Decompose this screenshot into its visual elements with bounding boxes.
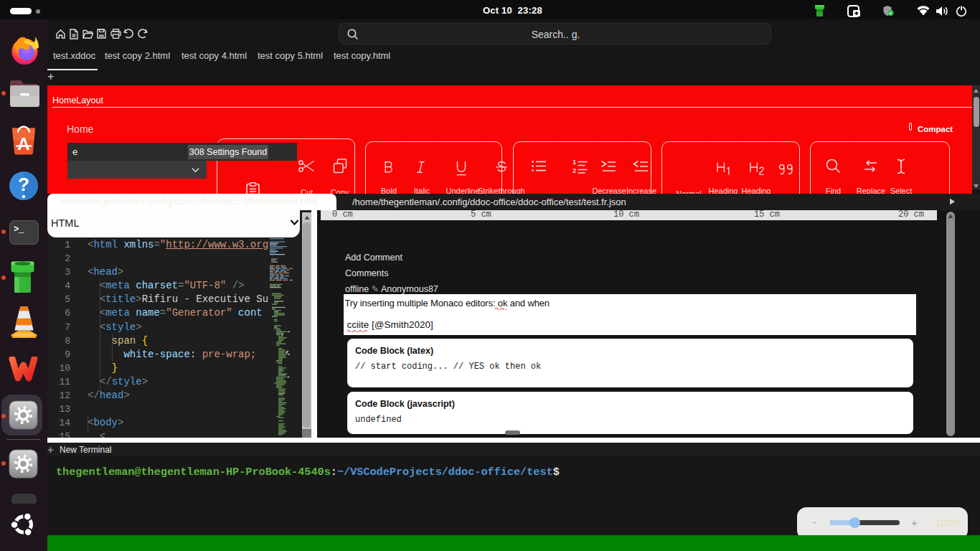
svg-text:>_: >_ — [14, 225, 24, 235]
svg-text:1: 1 — [573, 159, 577, 166]
svg-text:2: 2 — [573, 166, 576, 174]
svg-text:A: A — [17, 134, 29, 154]
svg-text:?: ? — [18, 174, 29, 195]
